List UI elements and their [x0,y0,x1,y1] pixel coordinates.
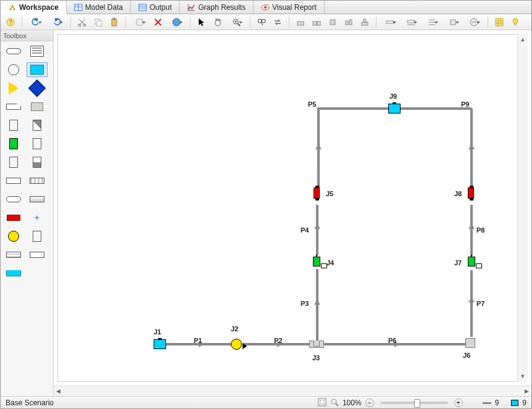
redo-button[interactable] [48,16,65,28]
tool-annotation[interactable] [27,44,48,59]
build4-icon[interactable] [343,16,355,28]
tab-output[interactable]: Output [131,1,180,14]
tool-exchanger-2[interactable] [27,173,48,188]
tool-check-valve[interactable] [3,210,24,225]
anchor5-icon[interactable] [465,16,483,28]
scroll-down-icon[interactable]: ▼ [520,373,526,379]
junction-J1[interactable] [154,339,166,349]
copy-icon[interactable] [92,16,104,28]
tool-screen[interactable] [3,247,24,262]
svg-rect-21 [113,18,115,20]
tool-open-tank[interactable] [3,266,24,281]
help-icon[interactable]: ? [4,16,17,28]
junction-J5[interactable] [314,188,320,199]
tool-valve-4[interactable] [27,155,48,170]
svg-point-0 [10,8,12,10]
tool-control-valve[interactable] [3,136,24,151]
label-j8: J8 [454,190,462,197]
tab-workspace[interactable]: Workspace [1,1,67,14]
svg-rect-42 [407,20,415,23]
find-icon[interactable] [256,16,268,28]
label-p3: P3 [301,300,309,307]
svg-point-1 [14,8,15,10]
anchor1-icon[interactable] [381,16,399,28]
scroll-left-icon[interactable]: ◀ [56,388,60,394]
zoom-slider[interactable] [380,402,448,404]
tool-branch[interactable] [3,99,24,114]
tool-pump[interactable] [3,229,24,244]
zoom-out-icon[interactable]: − [365,399,374,407]
tool-valve-1[interactable] [3,118,24,133]
tool-orifice[interactable] [27,247,48,262]
pan-tool-icon[interactable] [212,16,224,28]
world-icon[interactable] [168,16,185,28]
zoom-tool-icon[interactable] [228,16,245,28]
tool-assigned-pressure[interactable] [27,81,48,96]
pointer-tool-icon[interactable] [196,16,208,28]
scroll-up-icon[interactable]: ▲ [520,36,526,43]
tab-visual-report[interactable]: Visual Report [254,1,325,14]
svg-rect-56 [514,23,517,25]
canvas-vertical-scrollbar[interactable]: ▲ ▼ [517,34,528,382]
tool-valve-2[interactable] [27,118,48,133]
tool-reservoir[interactable] [27,62,48,77]
build2-icon[interactable] [310,16,323,28]
workspace-canvas[interactable]: P1P2P3P4P5P6P7P8P9J1J2J3J4J5J6J7J8J9 [57,34,528,382]
grid-icon[interactable] [493,16,505,28]
tool-tee-elbow[interactable] [27,99,48,114]
view-tabs: WorkspaceModel DataOutputGraph ResultsVi… [1,1,531,14]
status-bar: Base Scenario 100% − + 9 9 [1,396,531,409]
tab-graph-results[interactable]: Graph Results [180,1,254,14]
junction-J2[interactable] [231,339,242,350]
tool-valve-5[interactable] [27,229,48,244]
tab-model-data[interactable]: Model Data [67,1,131,14]
zoom-in-icon[interactable]: + [454,399,463,407]
junction-J7[interactable] [468,257,475,266]
anchor3-icon[interactable] [423,16,441,28]
tool-spray[interactable]: ✦ [27,210,48,225]
junction-J6[interactable] [465,338,475,348]
junction-J8[interactable] [468,188,474,199]
tool-assigned-flow[interactable] [3,81,24,96]
pipe-P4 [316,205,318,255]
build3-icon[interactable] [326,16,339,28]
junction-J4[interactable] [313,257,320,266]
pipe-arrow-P4 [314,224,320,229]
scenario-label: Base Scenario [6,399,54,407]
tool-exchanger-1[interactable] [3,173,24,188]
lightbulb-icon[interactable] [509,16,522,28]
tool-relief-valve[interactable] [3,155,24,170]
undo-button[interactable] [27,16,44,28]
junction-J9[interactable] [388,104,401,114]
pipe-arrow-P8 [468,224,475,229]
label-p4: P4 [301,226,309,234]
build5-icon[interactable] [359,16,371,28]
swap-icon[interactable] [272,16,284,28]
tool-exchanger-4[interactable] [27,192,48,207]
duplicate-icon[interactable] [131,16,148,28]
delete-icon[interactable] [152,16,164,28]
scroll-right-icon[interactable]: ▶ [525,388,529,394]
svg-line-32 [261,23,263,25]
pipe-P9 [470,109,473,192]
zoom-level: 100% [343,399,362,407]
tool-exchanger-3[interactable] [3,192,24,207]
anchor2-icon[interactable] [402,16,420,28]
svg-line-61 [323,403,325,405]
tool-node[interactable] [3,62,24,77]
pipe-P5 [317,109,320,192]
tool-pipe[interactable] [3,44,24,59]
svg-rect-34 [313,22,317,25]
zoom-magnify-icon[interactable] [330,398,339,408]
canvas-horizontal-scrollbar[interactable]: ◀ ▶ [54,386,531,396]
paste-icon[interactable] [108,16,120,28]
pipe-arrow-P3 [314,300,320,305]
anchor4-icon[interactable] [444,16,462,28]
junction-J3[interactable] [309,341,324,348]
label-p8: P8 [476,226,484,234]
build1-icon[interactable] [294,16,307,28]
svg-line-58 [320,400,321,401]
tool-valve-3[interactable] [27,136,48,151]
cut-icon[interactable] [76,16,88,28]
fit-icon[interactable] [318,398,326,408]
